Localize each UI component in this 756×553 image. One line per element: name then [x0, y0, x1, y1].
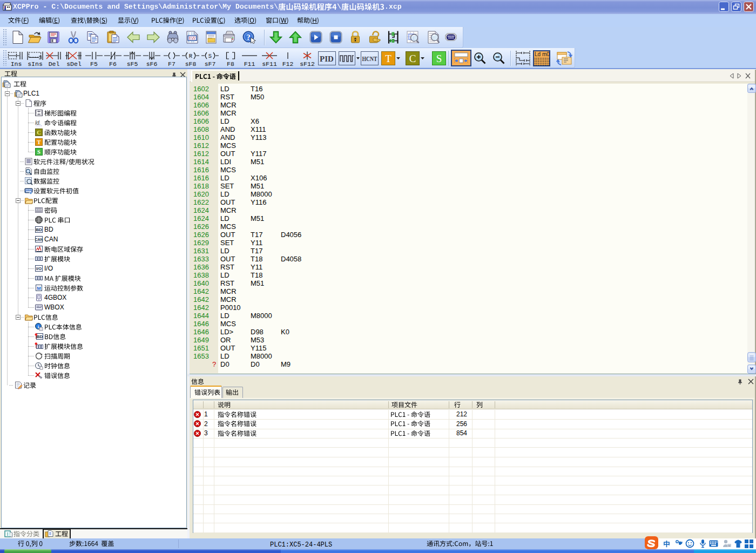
svg-text:S: S — [208, 53, 212, 59]
svg-text:Ld m0: Ld m0 — [535, 51, 550, 57]
svg-text:S: S — [37, 149, 40, 155]
svg-text:T: T — [37, 139, 40, 145]
svg-text:I/O: I/O — [36, 266, 42, 271]
svg-text:u: u — [728, 544, 730, 547]
svg-text:***: *** — [36, 208, 43, 213]
svg-text:R: R — [189, 53, 193, 59]
svg-text:C: C — [37, 130, 41, 136]
svg-text:BD: BD — [37, 334, 43, 339]
svg-text:BD: BD — [36, 227, 42, 232]
svg-text:I: I — [7, 531, 9, 537]
svg-text:ld.: ld. — [35, 120, 41, 126]
svg-text:C: C — [409, 53, 416, 64]
svg-text:T: T — [385, 53, 392, 64]
svg-text:?: ? — [246, 33, 251, 42]
svg-text:M: M — [37, 286, 41, 291]
svg-text:HCNT: HCNT — [362, 55, 378, 63]
svg-text:S: S — [436, 53, 442, 64]
svg-text:PID: PID — [320, 55, 334, 63]
svg-text:CAN: CAN — [35, 238, 43, 241]
